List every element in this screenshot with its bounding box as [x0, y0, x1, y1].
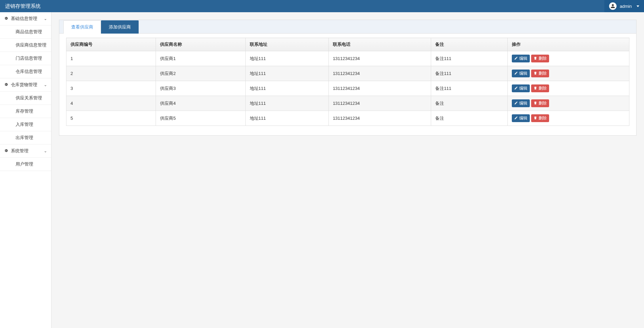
sidebar-group-warehouse: 仓库货物管理 ⌄ 供应关系管理 库存管理 入库管理 出库管理: [0, 78, 51, 144]
delete-label: 删除: [539, 85, 547, 91]
cell-address: 地址111: [245, 51, 328, 66]
cell-address: 地址111: [245, 81, 328, 96]
cell-ops: 编辑 删除: [508, 66, 629, 81]
cell-id: 5: [66, 111, 156, 126]
sidebar-item-inbound[interactable]: 入库管理: [0, 118, 51, 131]
cell-phone: 13112341234: [328, 96, 431, 111]
delete-label: 删除: [539, 56, 547, 61]
sidebar-item-label: 供应商信息管理: [16, 42, 46, 47]
edit-label: 编辑: [519, 85, 527, 91]
cell-remark: 备注111: [431, 66, 508, 81]
cell-phone: 13112341234: [328, 111, 431, 126]
sidebar-group-system: 系统管理 ⌄ 用户管理: [0, 144, 51, 171]
table-row: 1供应商1地址11113112341234备注111编辑 删除: [66, 51, 629, 66]
panel: 查看供应商 添加供应商 供应商编号 供应商名称 联系地址 联系电话 备注 操作: [59, 20, 637, 136]
table-row: 4供应商4地址11113112341234备注编辑 删除: [66, 96, 629, 111]
cell-id: 2: [66, 66, 156, 81]
cell-phone: 13112341234: [328, 66, 431, 81]
sidebar-item-users[interactable]: 用户管理: [0, 157, 51, 171]
sidebar-item-supply-relation[interactable]: 供应关系管理: [0, 91, 51, 104]
sidebar-item-label: 供应关系管理: [16, 95, 42, 100]
th-ops: 操作: [508, 38, 629, 51]
supplier-table: 供应商编号 供应商名称 联系地址 联系电话 备注 操作 1供应商1地址11113…: [66, 38, 629, 126]
cell-remark: 备注: [431, 96, 508, 111]
user-icon: [609, 2, 617, 10]
cell-address: 地址111: [245, 111, 328, 126]
sidebar-item-label: 入库管理: [16, 122, 33, 127]
edit-label: 编辑: [519, 56, 527, 61]
th-address: 联系地址: [245, 38, 328, 51]
edit-icon: [514, 116, 518, 121]
sidebar-group-label: 系统管理: [11, 148, 28, 154]
delete-button[interactable]: 删除: [531, 114, 549, 122]
panel-header: 查看供应商 添加供应商: [59, 20, 636, 34]
sidebar-group-label: 基础信息管理: [11, 16, 37, 22]
edit-button[interactable]: 编辑: [512, 55, 530, 62]
sidebar-header-system[interactable]: 系统管理 ⌄: [0, 144, 51, 157]
panel-body: 供应商编号 供应商名称 联系地址 联系电话 备注 操作 1供应商1地址11113…: [59, 34, 636, 135]
sidebar-item-label: 库存管理: [16, 109, 33, 114]
table-row: 2供应商2地址11113112341234备注111编辑 删除: [66, 66, 629, 81]
cell-address: 地址111: [245, 96, 328, 111]
top-nav: 进销存管理系统 admin: [0, 0, 644, 12]
cell-name: 供应商3: [156, 81, 245, 96]
cell-phone: 13112341234: [328, 81, 431, 96]
sidebar-item-label: 出库管理: [16, 135, 33, 140]
delete-label: 删除: [539, 100, 547, 106]
tab-view-supplier[interactable]: 查看供应商: [63, 20, 101, 34]
cell-id: 4: [66, 96, 156, 111]
sidebar-item-label: 用户管理: [16, 161, 33, 167]
delete-label: 删除: [539, 71, 547, 76]
sidebar-item-inventory[interactable]: 库存管理: [0, 104, 51, 118]
table-header-row: 供应商编号 供应商名称 联系地址 联系电话 备注 操作: [66, 38, 629, 51]
table-row: 5供应商5地址11113112341234备注编辑 删除: [66, 111, 629, 126]
app-title: 进销存管理系统: [5, 3, 41, 9]
cell-remark: 备注111: [431, 81, 508, 96]
sidebar-item-product[interactable]: 商品信息管理: [0, 25, 51, 38]
sidebar: 基础信息管理 ⌄ 商品信息管理 供应商信息管理 门店信息管理 仓库信息管理 仓库…: [0, 12, 52, 328]
edit-icon: [514, 101, 518, 106]
sidebar-item-supplier[interactable]: 供应商信息管理: [0, 38, 51, 52]
main-content: 查看供应商 添加供应商 供应商编号 供应商名称 联系地址 联系电话 备注 操作: [52, 12, 644, 328]
cell-name: 供应商2: [156, 66, 245, 81]
user-dropdown[interactable]: admin: [604, 0, 644, 12]
user-name: admin: [620, 4, 632, 9]
edit-button[interactable]: 编辑: [512, 99, 530, 107]
edit-button[interactable]: 编辑: [512, 84, 530, 92]
cell-name: 供应商1: [156, 51, 245, 66]
sidebar-item-label: 商品信息管理: [16, 29, 42, 34]
cell-name: 供应商5: [156, 111, 245, 126]
cell-ops: 编辑 删除: [508, 81, 629, 96]
chevron-down-icon: ⌄: [44, 149, 47, 153]
tab-label: 添加供应商: [109, 24, 131, 30]
cell-address: 地址111: [245, 66, 328, 81]
sidebar-group-basic: 基础信息管理 ⌄ 商品信息管理 供应商信息管理 门店信息管理 仓库信息管理: [0, 12, 51, 78]
tabs: 查看供应商 添加供应商: [63, 20, 632, 34]
edit-button[interactable]: 编辑: [512, 114, 530, 122]
th-id: 供应商编号: [66, 38, 156, 51]
th-remark: 备注: [431, 38, 508, 51]
sidebar-header-basic[interactable]: 基础信息管理 ⌄: [0, 12, 51, 25]
edit-button[interactable]: 编辑: [512, 70, 530, 77]
sidebar-item-outbound[interactable]: 出库管理: [0, 131, 51, 144]
edit-icon: [514, 56, 518, 61]
th-phone: 联系电话: [328, 38, 431, 51]
delete-button[interactable]: 删除: [531, 70, 549, 77]
cell-name: 供应商4: [156, 96, 245, 111]
cell-phone: 13112341234: [328, 51, 431, 66]
delete-button[interactable]: 删除: [531, 84, 549, 92]
delete-label: 删除: [539, 115, 547, 121]
tab-add-supplier[interactable]: 添加供应商: [101, 20, 139, 34]
edit-icon: [514, 86, 518, 91]
cell-ops: 编辑 删除: [508, 51, 629, 66]
sidebar-item-store[interactable]: 门店信息管理: [0, 52, 51, 65]
cell-id: 3: [66, 81, 156, 96]
sidebar-header-warehouse[interactable]: 仓库货物管理 ⌄: [0, 78, 51, 91]
cell-remark: 备注111: [431, 51, 508, 66]
tab-label: 查看供应商: [71, 24, 93, 30]
delete-button[interactable]: 删除: [531, 99, 549, 107]
delete-button[interactable]: 删除: [531, 55, 549, 62]
trash-icon: [534, 86, 537, 91]
gear-icon: [4, 16, 8, 21]
sidebar-item-warehouse[interactable]: 仓库信息管理: [0, 65, 51, 78]
